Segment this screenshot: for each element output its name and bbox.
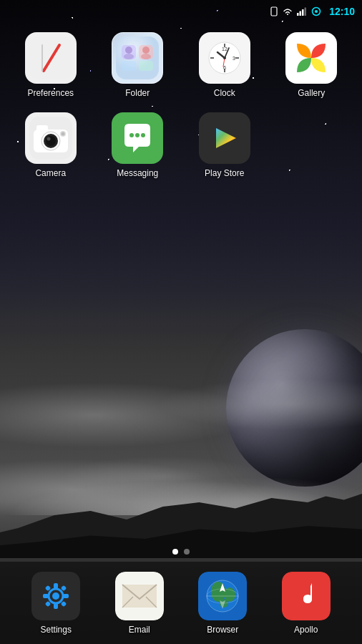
status-time: 12:10: [329, 6, 355, 17]
email-label: Email: [129, 625, 150, 635]
messaging-icon: [112, 112, 163, 164]
apollo-label: Apollo: [294, 625, 318, 635]
preferences-icon: [25, 32, 77, 84]
playstore-icon: [199, 112, 250, 164]
page-dot-2[interactable]: [184, 549, 190, 555]
settings-label: Settings: [41, 625, 72, 635]
app-gallery[interactable]: Gallery: [272, 32, 352, 98]
svg-text:3: 3: [233, 56, 235, 61]
folder-icon: [112, 32, 163, 84]
browser-icon: [198, 572, 247, 620]
svg-rect-54: [63, 594, 69, 598]
camera-label: Camera: [35, 168, 66, 178]
signal-icon: [296, 6, 308, 16]
svg-rect-3: [302, 9, 304, 16]
svg-point-31: [223, 57, 226, 59]
dock-email[interactable]: Email: [115, 572, 164, 635]
phone-icon: [269, 6, 279, 16]
svg-rect-13: [122, 61, 136, 71]
svg-point-45: [141, 133, 145, 137]
svg-rect-4: [305, 8, 307, 16]
svg-point-16: [124, 54, 134, 59]
svg-point-6: [315, 10, 318, 13]
clock-icon: 12 3 6: [199, 32, 250, 84]
app-playstore[interactable]: Play Store: [185, 112, 265, 178]
svg-rect-52: [54, 603, 58, 609]
messaging-label: Messaging: [117, 168, 158, 178]
preferences-label: Preferences: [27, 88, 74, 98]
svg-point-44: [135, 133, 140, 137]
svg-rect-0: [271, 7, 277, 16]
playstore-label: Play Store: [205, 168, 244, 178]
svg-point-17: [142, 47, 150, 54]
dock-browser[interactable]: Browser: [198, 572, 247, 635]
status-bar: 12:10: [0, 0, 362, 23]
svg-rect-14: [139, 61, 153, 71]
svg-point-74: [303, 595, 312, 602]
svg-rect-35: [36, 125, 48, 132]
gallery-label: Gallery: [298, 88, 325, 98]
camera-icon: [25, 112, 77, 164]
svg-rect-51: [54, 583, 58, 589]
apollo-icon: [282, 572, 331, 620]
svg-point-41: [61, 132, 64, 136]
sync-icon: [310, 6, 322, 16]
dock-apollo[interactable]: Apollo: [282, 572, 331, 635]
app-folder[interactable]: Folder: [98, 32, 178, 98]
svg-text:12: 12: [222, 47, 228, 52]
app-preferences[interactable]: Preferences: [11, 32, 91, 98]
app-messaging[interactable]: Messaging: [98, 112, 178, 178]
svg-rect-53: [43, 594, 49, 598]
svg-point-15: [125, 47, 132, 54]
wifi-icon: [282, 6, 293, 16]
svg-point-39: [47, 137, 50, 141]
page-dot-1[interactable]: [172, 549, 178, 555]
gallery-icon: [285, 32, 337, 84]
settings-icon: [31, 572, 80, 620]
dock-settings[interactable]: Settings: [31, 572, 80, 635]
page-indicators: [0, 549, 362, 555]
svg-point-50: [52, 592, 59, 600]
folder-label: Folder: [125, 88, 150, 98]
dock: Settings Email: [0, 562, 362, 644]
svg-rect-2: [300, 11, 302, 16]
email-icon: [115, 572, 164, 620]
app-grid: Preferences: [0, 32, 362, 178]
svg-rect-1: [297, 13, 299, 16]
app-camera[interactable]: Camera: [11, 112, 91, 178]
browser-label: Browser: [207, 625, 238, 635]
svg-point-43: [129, 133, 134, 137]
app-clock[interactable]: 12 3 6 Clock: [185, 32, 265, 98]
svg-point-66: [211, 582, 225, 602]
svg-point-18: [141, 54, 151, 59]
svg-point-38: [46, 136, 56, 146]
clock-label: Clock: [214, 88, 235, 98]
